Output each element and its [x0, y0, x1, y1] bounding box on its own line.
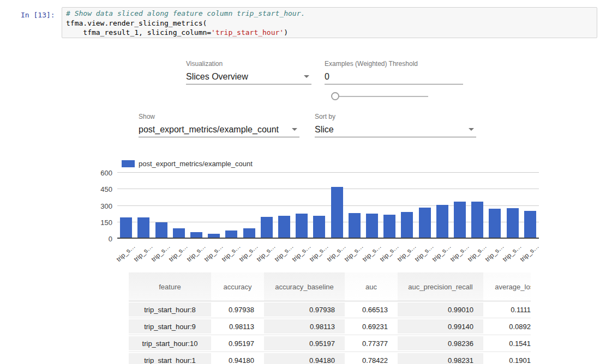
bar[interactable] [366, 214, 378, 239]
slider-handle[interactable] [331, 92, 339, 100]
x-tick: trip_s… [275, 241, 293, 263]
bar[interactable] [155, 222, 167, 239]
bar-slot [223, 173, 240, 239]
metric-cell: 0.99140 [398, 318, 483, 335]
bar[interactable] [507, 208, 519, 239]
bar-slot [363, 173, 381, 239]
chevron-down-icon [469, 128, 474, 131]
show-value: post_export_metrics/example_count [139, 125, 279, 135]
bar[interactable] [331, 187, 343, 239]
bar[interactable] [419, 208, 431, 239]
column-header[interactable]: auc_precision_recall [398, 272, 483, 301]
bar-slot [398, 173, 416, 239]
bar-slot [416, 173, 433, 239]
metric-cell: 0.77377 [345, 335, 398, 352]
notebook-page: In [13]: # Show data sliced along featur… [0, 0, 606, 364]
slider-track[interactable] [332, 96, 428, 97]
legend-swatch-icon [122, 160, 135, 167]
column-header[interactable]: auc [345, 272, 398, 301]
bar-slot [170, 173, 188, 239]
x-tick: trip_s… [434, 241, 451, 263]
bar[interactable] [120, 217, 132, 239]
x-tick: trip_s… [188, 241, 205, 263]
bar-slot [328, 173, 345, 239]
x-tick: trip_s… [258, 241, 275, 263]
bar-slot [188, 173, 205, 239]
x-tick-label: trip_s… [150, 242, 172, 263]
x-tick: trip_s… [521, 241, 539, 263]
metrics-table-container[interactable]: featureaccuracyaccuracy_baselineaucauc_p… [129, 272, 531, 364]
y-tick-label: 300 [100, 202, 112, 210]
bar[interactable] [313, 216, 325, 239]
feature-cell: trip_start_hour:1 [129, 352, 211, 364]
y-tick-label: 450 [100, 185, 112, 193]
bar-slot [293, 173, 310, 239]
bar-chart-plot: 0150300450600 [117, 173, 539, 239]
bar[interactable] [524, 211, 536, 239]
threshold-slider[interactable] [331, 92, 428, 100]
bar-slot [346, 173, 363, 239]
chevron-down-icon [292, 128, 297, 131]
feature-cell: trip_start_hour:8 [129, 301, 211, 318]
bar-slot [205, 173, 223, 239]
sort-by-label: Sort by [315, 113, 476, 120]
bar-slot [258, 173, 275, 239]
bar[interactable] [349, 213, 361, 239]
bar-slot [486, 173, 503, 239]
metric-cell: 0.95197 [211, 335, 264, 352]
slices-overview-chart: post_export_metrics/example_count 015030… [117, 160, 539, 263]
bar[interactable] [401, 212, 413, 239]
column-header[interactable]: accuracy [211, 272, 264, 301]
x-tick: trip_s… [346, 241, 363, 263]
sort-by-dropdown[interactable]: Sort by Slice [315, 113, 476, 137]
x-tick: trip_s… [451, 241, 469, 263]
metric-cell: 0.1541 [483, 335, 531, 352]
metric-cell: 0.69231 [345, 318, 398, 335]
bar[interactable] [383, 215, 395, 239]
bar-slot [275, 173, 293, 239]
bar[interactable] [436, 205, 448, 239]
column-header[interactable]: feature [129, 272, 211, 301]
x-tick: trip_s… [135, 241, 152, 263]
table-row: trip_start_hour:10.941800.941800.784220.… [129, 352, 531, 364]
column-header[interactable]: accuracy_baseline [264, 272, 345, 301]
metric-cell: 0.97938 [264, 301, 345, 318]
threshold-label: Examples (Weighted) Threshold [325, 60, 463, 68]
bar[interactable] [454, 202, 466, 239]
x-tick-label: trip_s… [519, 242, 541, 263]
x-tick: trip_s… [170, 241, 188, 263]
bar[interactable] [278, 216, 290, 239]
code-string-literal: 'trip_start_hour' [211, 28, 284, 37]
x-tick: trip_s… [503, 241, 521, 263]
threshold-input[interactable]: Examples (Weighted) Threshold 0 [325, 60, 463, 84]
x-tick-label: trip_s… [185, 242, 207, 263]
x-axis-labels: trip_s…trip_s…trip_s…trip_s…trip_s…trip_… [117, 241, 539, 263]
bar-slot [310, 173, 328, 239]
table-row: trip_start_hour:90.981130.981130.692310.… [129, 318, 531, 335]
metric-cell: 0.66513 [345, 301, 398, 318]
column-header[interactable]: average_loss [483, 272, 531, 301]
metric-cell: 0.98231 [398, 352, 483, 364]
bar[interactable] [261, 217, 273, 239]
y-tick-label: 0 [109, 235, 112, 243]
code-editor[interactable]: # Show data sliced along feature column … [62, 7, 597, 38]
visualization-dropdown[interactable]: Visualization Slices Overview [186, 60, 311, 84]
metric-cell: 0.1111 [483, 301, 531, 318]
bar[interactable] [296, 214, 308, 239]
bar[interactable] [489, 209, 501, 239]
x-tick-label: trip_s… [255, 242, 277, 263]
bar-slot [152, 173, 170, 239]
x-tick-label: trip_s… [466, 242, 488, 263]
bar[interactable] [137, 217, 149, 239]
x-tick: trip_s… [152, 241, 170, 263]
x-tick-label: trip_s… [343, 242, 365, 263]
bar[interactable] [471, 202, 483, 239]
x-tick-label: trip_s… [290, 242, 312, 263]
metrics-table: featureaccuracyaccuracy_baselineaucauc_p… [129, 272, 531, 364]
metric-cell: 0.78422 [345, 352, 398, 364]
show-metric-dropdown[interactable]: Show post_export_metrics/example_count [139, 113, 299, 137]
x-tick-label: trip_s… [431, 242, 453, 263]
metric-cell: 0.94180 [211, 352, 264, 364]
sort-by-value: Slice [315, 125, 334, 135]
bar-slot [469, 173, 486, 239]
